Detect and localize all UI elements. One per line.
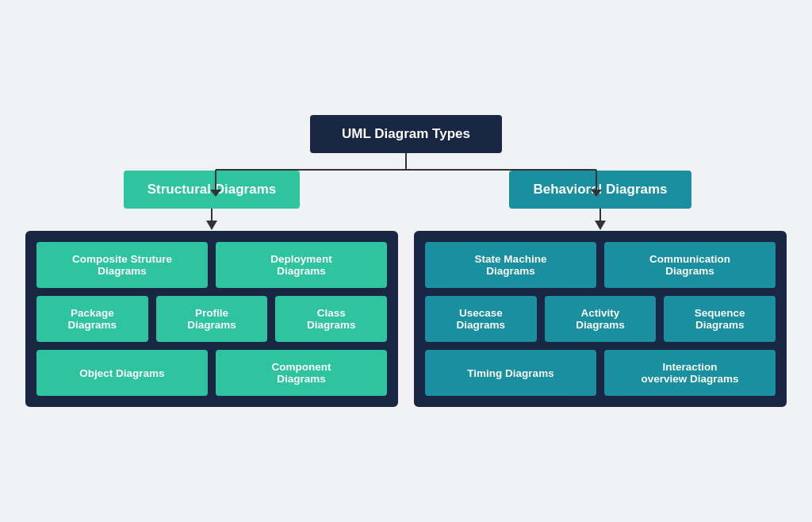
root-node: UML Diagram Types: [310, 115, 502, 153]
tile-interaction-overview: Interactionoverview Diagrams: [604, 350, 776, 396]
structural-row-1: Composite StrutureDiagrams DeploymentDia…: [36, 242, 387, 288]
behavioral-row-2: UsecaseDiagrams ActivityDiagrams Sequenc…: [425, 296, 776, 342]
svg-marker-8: [595, 221, 606, 230]
behavioral-arrow: [594, 209, 607, 231]
branches: Structural Diagrams Composite StrutureDi…: [25, 171, 787, 407]
tile-component: ComponentDiagrams: [216, 350, 387, 396]
svg-marker-6: [206, 221, 217, 230]
behavioral-branch: Behavioral Diagrams State MachineDiagram…: [414, 171, 787, 407]
tile-sequence: SequenceDiagrams: [664, 296, 776, 342]
tile-state-machine: State MachineDiagrams: [425, 242, 596, 288]
structural-row-2: PackageDiagrams ProfileDiagrams ClassDia…: [36, 296, 387, 342]
tile-communication: CommunicationDiagrams: [604, 242, 776, 288]
structural-branch: Structural Diagrams Composite StrutureDi…: [25, 171, 398, 407]
branch-connectors: [25, 169, 787, 194]
root-v-connector: [405, 153, 407, 169]
structural-arrow: [205, 209, 218, 231]
behavioral-subbox: State MachineDiagrams CommunicationDiagr…: [414, 231, 787, 407]
tile-composite-structure: Composite StrutureDiagrams: [36, 242, 208, 288]
tile-deployment: DeploymentDiagrams: [216, 242, 387, 288]
structural-subbox: Composite StrutureDiagrams DeploymentDia…: [25, 231, 398, 407]
tile-package: PackageDiagrams: [36, 296, 148, 342]
diagram-container: UML Diagram Types Structural Diagrams: [25, 115, 787, 407]
structural-row-3: Object Diagrams ComponentDiagrams: [36, 350, 387, 396]
tile-profile: ProfileDiagrams: [156, 296, 268, 342]
tile-activity: ActivityDiagrams: [545, 296, 657, 342]
behavioral-row-3: Timing Diagrams Interactionoverview Diag…: [425, 350, 776, 396]
tile-class: ClassDiagrams: [275, 296, 387, 342]
behavioral-row-1: State MachineDiagrams CommunicationDiagr…: [425, 242, 776, 288]
tile-object: Object Diagrams: [36, 350, 208, 396]
tile-usecase: UsecaseDiagrams: [425, 296, 537, 342]
tile-timing: Timing Diagrams: [425, 350, 596, 396]
h-connector-row: [25, 169, 787, 171]
